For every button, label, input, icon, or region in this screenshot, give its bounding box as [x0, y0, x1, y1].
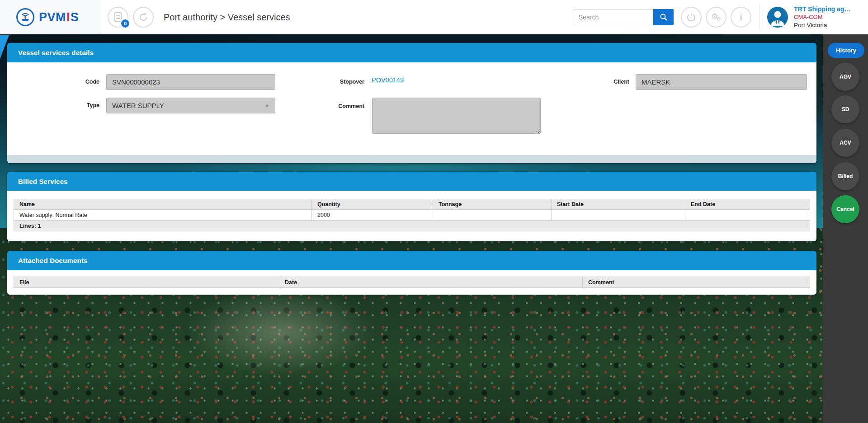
comment-label: Comment: [301, 103, 364, 109]
details-panel-header: Vessel services details: [7, 43, 816, 62]
notes-count-badge: 0: [120, 19, 130, 28]
column-header-name[interactable]: Name: [14, 199, 312, 210]
logo-area[interactable]: PVMIS: [0, 0, 100, 34]
documents-panel-title: Attached Documents: [18, 257, 88, 264]
billed-button[interactable]: Billed: [831, 162, 859, 190]
stopover-link[interactable]: POV00149: [372, 76, 404, 84]
lines-count: Lines: 1: [14, 221, 810, 231]
user-company: CMA-CGM: [794, 13, 862, 21]
content-area: Vessel services details Code Type WATER …: [0, 34, 868, 423]
cell-tonnage: [433, 210, 552, 221]
history-button[interactable]: History: [828, 43, 864, 58]
column-header-comment[interactable]: Comment: [583, 277, 810, 288]
billed-panel-body: Name Quantity Tonnage Start Date End Dat…: [7, 191, 816, 241]
cell-name: Water supply: Normal Rate: [14, 210, 312, 221]
billed-services-table: Name Quantity Tonnage Start Date End Dat…: [14, 199, 810, 231]
code-field[interactable]: [106, 74, 275, 90]
billed-table-header-row: Name Quantity Tonnage Start Date End Dat…: [14, 199, 810, 210]
info-icon: i: [740, 12, 742, 23]
code-label: Code: [36, 79, 99, 85]
action-sidebar: History AGV SD ACV Billed Cancel: [823, 34, 868, 423]
column-header-start-date[interactable]: Start Date: [552, 199, 685, 210]
client-label: Client: [566, 79, 629, 85]
cell-start-date: [552, 210, 685, 221]
gears-icon: ⚙⚙: [711, 13, 721, 22]
user-block[interactable]: TRT Shipping ag… CMA-CGM Port Victoria: [767, 5, 868, 29]
column-header-tonnage[interactable]: Tonnage: [433, 199, 552, 210]
settings-button[interactable]: ⚙⚙: [706, 7, 726, 28]
billed-table-footer-row: Lines: 1: [14, 221, 810, 231]
billed-services-panel: Billed Services Name Quantity Tonnage St…: [7, 172, 816, 241]
attached-documents-panel: Attached Documents File Date Comment: [7, 251, 816, 295]
utility-icons: ⚙⚙ i: [681, 7, 751, 28]
header-actions: 0: [108, 7, 154, 28]
search-group: [574, 9, 674, 25]
column-header-file[interactable]: File: [14, 277, 279, 288]
app-wordmark: PVMIS: [39, 10, 79, 24]
logout-button[interactable]: [681, 7, 702, 28]
billed-panel-header: Billed Services: [7, 172, 816, 191]
type-select[interactable]: WATER SUPPLY ▼: [106, 98, 275, 113]
cancel-button[interactable]: Cancel: [831, 195, 859, 223]
column-header-end-date[interactable]: End Date: [685, 199, 810, 210]
power-icon: [686, 12, 696, 22]
type-select-value: WATER SUPPLY: [112, 102, 164, 109]
column-header-quantity[interactable]: Quantity: [312, 199, 433, 210]
search-input[interactable]: [574, 9, 653, 25]
user-avatar: [767, 7, 788, 28]
table-row[interactable]: Water supply: Normal Rate 2000: [14, 210, 810, 221]
attached-documents-table: File Date Comment: [14, 277, 810, 288]
user-info: TRT Shipping ag… CMA-CGM Port Victoria: [794, 5, 862, 29]
cell-quantity: 2000: [312, 210, 433, 221]
user-location: Port Victoria: [794, 21, 862, 29]
comment-textarea[interactable]: [372, 98, 541, 134]
details-panel-footer-strip: [7, 155, 816, 163]
sd-button[interactable]: SD: [831, 95, 859, 123]
documents-table-header-row: File Date Comment: [14, 277, 810, 288]
header-divider: [760, 5, 760, 30]
cell-end-date: [685, 210, 810, 221]
stopover-label: Stopover: [301, 79, 364, 85]
billed-panel-title: Billed Services: [18, 178, 68, 185]
details-panel-title: Vessel services details: [18, 49, 94, 56]
search-button[interactable]: [653, 9, 674, 25]
notes-button[interactable]: 0: [108, 7, 128, 28]
agv-button[interactable]: AGV: [831, 63, 859, 91]
documents-panel-body: File Date Comment: [7, 270, 816, 295]
column-header-date[interactable]: Date: [279, 277, 583, 288]
vessel-services-details-panel: Vessel services details Code Type WATER …: [7, 43, 816, 163]
documents-panel-header: Attached Documents: [7, 251, 816, 270]
user-name: TRT Shipping ag…: [794, 5, 862, 13]
client-field[interactable]: [636, 74, 807, 90]
refresh-icon: [138, 12, 149, 23]
top-bar: PVMIS 0 Port authority > Vessel services: [0, 0, 868, 34]
acv-button[interactable]: ACV: [831, 129, 859, 157]
breadcrumb: Port authority > Vessel services: [164, 12, 290, 23]
wordmark-s: S: [71, 10, 79, 24]
refresh-button[interactable]: [133, 7, 154, 28]
chevron-down-icon: ▼: [264, 103, 269, 108]
pvmis-logo-icon: [16, 8, 34, 26]
info-button[interactable]: i: [731, 7, 751, 28]
search-icon: [660, 13, 668, 21]
wordmark-i: I: [66, 10, 71, 24]
details-panel-body: Code Type WATER SUPPLY ▼ Stopover POV001…: [7, 62, 816, 155]
type-label: Type: [36, 102, 99, 108]
wordmark-pvm: PVM: [39, 10, 66, 24]
app-window: PVMIS 0 Port authority > Vessel services: [0, 0, 868, 423]
